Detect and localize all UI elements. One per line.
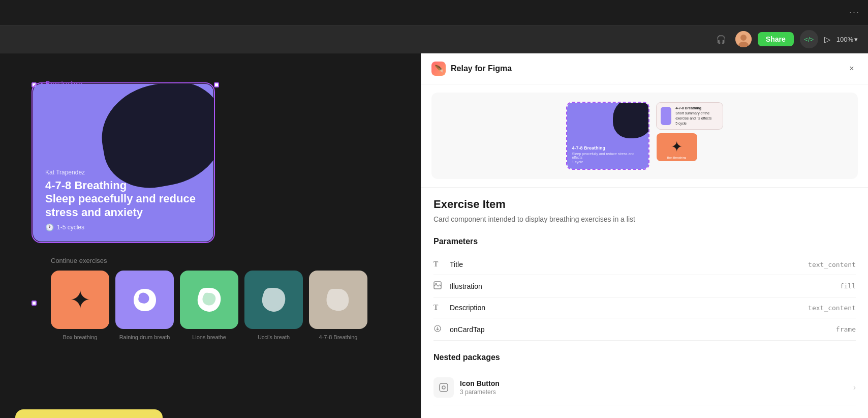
exercise-label-478: 4-7-8 Breathing	[309, 334, 367, 340]
canvas-area: Exercise item Kat Trapendez 4-7-8 Breath…	[0, 53, 421, 418]
panel-content: Exercise Item Card component intended to…	[421, 188, 868, 418]
panel-header: 🪶 Relay for Figma ×	[421, 53, 868, 84]
param-icon-illustration	[433, 281, 450, 291]
preview-blob	[613, 103, 648, 138]
exercise-thumb-ucci[interactable]	[244, 271, 303, 329]
toolbar: 🎧 Share </> ▷ 100% ▾	[0, 25, 868, 53]
param-name-oncardtap: onCardTap	[450, 325, 836, 334]
param-type-description: text_content	[808, 304, 856, 312]
panel-logo: 🪶 Relay for Figma	[431, 62, 512, 76]
card-title: 4-7-8 BreathingSleep peacefully and redu…	[45, 179, 201, 219]
parameters-list: T Title text_content Illustration fill T…	[433, 254, 856, 341]
param-row-oncardtap: onCardTap frame	[433, 318, 856, 341]
code-button[interactable]: </>	[800, 30, 818, 48]
topbar-menu-dots[interactable]: ···	[849, 7, 860, 18]
component-name: Exercise Item	[433, 198, 856, 211]
preview-right-col: 4-7-8 Breathing Short summary of the exe…	[657, 103, 723, 161]
right-panel: 🪶 Relay for Figma × 4-7-8 Breathing Slee…	[421, 53, 868, 418]
play-button[interactable]: ▷	[824, 35, 830, 44]
nested-item-name: Icon Button	[460, 379, 853, 387]
preview-small-thumb	[661, 107, 672, 125]
bottom-card[interactable]: ✦	[15, 409, 163, 418]
chevron-right-icon: ›	[853, 383, 856, 392]
selection-handle-bl	[32, 301, 37, 306]
param-name-description: Description	[450, 304, 808, 312]
preview-card-main: 4-7-8 Breathing Sleep peacefully and red…	[567, 103, 648, 169]
exercise-item-card[interactable]: Kat Trapendez 4-7-8 BreathingSleep peace…	[33, 84, 213, 242]
nested-item-icon-button[interactable]: Icon Button 3 parameters ›	[433, 370, 856, 405]
exercise-label-lions: Lions breathe	[180, 334, 238, 340]
svg-rect-6	[440, 383, 448, 392]
preview-star: ✦	[671, 138, 683, 155]
param-row-title: T Title text_content	[433, 254, 856, 275]
relay-logo: 🪶	[431, 62, 446, 76]
param-icon-oncardtap	[433, 324, 450, 334]
preview-mini-card: ✦ Box Breathing	[657, 133, 697, 161]
nested-item-info: Icon Button 3 parameters	[460, 379, 853, 396]
exercise-label-box: Box breathing	[51, 334, 109, 340]
exercise-thumb-box-breathing[interactable]: ✦	[51, 271, 109, 329]
blob-icon-4	[320, 282, 357, 318]
param-row-illustration: Illustration fill	[433, 275, 856, 297]
preview-small-card: 4-7-8 Breathing Short summary of the exe…	[657, 103, 723, 129]
exercise-grid: ✦ Box breathing Raining drum breath	[51, 271, 367, 329]
exercise-thumb-lions[interactable]	[180, 271, 238, 329]
preview-card-text: 4-7-8 Breathing Sleep peacefully and red…	[572, 145, 643, 164]
preview-box: 4-7-8 Breathing Sleep peacefully and red…	[431, 93, 858, 179]
continue-section: Continue exercises ✦ Box breathing Raini…	[51, 257, 367, 329]
selection-handle-tr	[214, 82, 219, 87]
preview-mini-label: Box Breathing	[659, 156, 695, 159]
nested-packages-section: Nested packages Icon Button 3 parameters…	[433, 353, 856, 405]
continue-label: Continue exercises	[51, 257, 367, 264]
param-icon-description: T	[433, 304, 450, 312]
user-avatar[interactable]	[735, 31, 752, 47]
component-description: Card component intended to display breat…	[433, 214, 856, 225]
blob-icon-1	[127, 282, 163, 318]
star-icon: ✦	[70, 285, 91, 315]
param-icon-title: T	[433, 260, 450, 268]
card-content: Kat Trapendez 4-7-8 BreathingSleep peace…	[33, 159, 213, 242]
cycles-icon: 🕐	[45, 223, 54, 231]
headphone-icon[interactable]: 🎧	[713, 31, 729, 47]
exercise-thumb-478[interactable]	[309, 271, 367, 329]
param-row-description: T Description text_content	[433, 297, 856, 318]
preview-small-text: 4-7-8 Breathing Short summary of the exe…	[675, 106, 718, 126]
card-author: Kat Trapendez	[45, 169, 201, 176]
share-button[interactable]: Share	[758, 32, 794, 46]
panel-title: Relay for Figma	[451, 64, 512, 73]
exercise-thumb-raining[interactable]	[115, 271, 174, 329]
svg-point-7	[442, 386, 445, 389]
topbar: ···	[0, 0, 868, 25]
param-type-illustration: fill	[840, 282, 856, 290]
nested-section-title: Nested packages	[433, 353, 856, 362]
card-cycles: 🕐 1-5 cycles	[45, 223, 201, 231]
nested-icon-button	[433, 377, 454, 398]
blob-icon-3	[256, 282, 292, 318]
preview-cycles: 1 cycle	[572, 160, 643, 164]
param-name-illustration: Illustration	[450, 282, 840, 290]
zoom-button[interactable]: 100% ▾	[836, 36, 858, 43]
preview-title: 4-7-8 Breathing	[572, 145, 643, 151]
preview-subtitle: Sleep peacefully and reduce stress and e…	[572, 152, 643, 159]
blob-icon-2	[191, 282, 228, 318]
svg-point-4	[436, 283, 437, 285]
exercise-label-raining: Raining drum breath	[115, 334, 174, 340]
param-type-title: text_content	[808, 261, 856, 268]
panel-preview: 4-7-8 Breathing Sleep peacefully and red…	[421, 84, 868, 188]
close-button[interactable]: ×	[846, 63, 858, 75]
param-type-oncardtap: frame	[836, 325, 856, 333]
svg-point-1	[740, 35, 747, 41]
param-name-title: Title	[450, 260, 808, 268]
preview-inner: 4-7-8 Breathing Sleep peacefully and red…	[567, 103, 723, 169]
nested-item-params: 3 parameters	[460, 389, 853, 396]
parameters-section-title: Parameters	[433, 237, 856, 246]
exercise-label-ucci: Ucci's breath	[244, 334, 303, 340]
